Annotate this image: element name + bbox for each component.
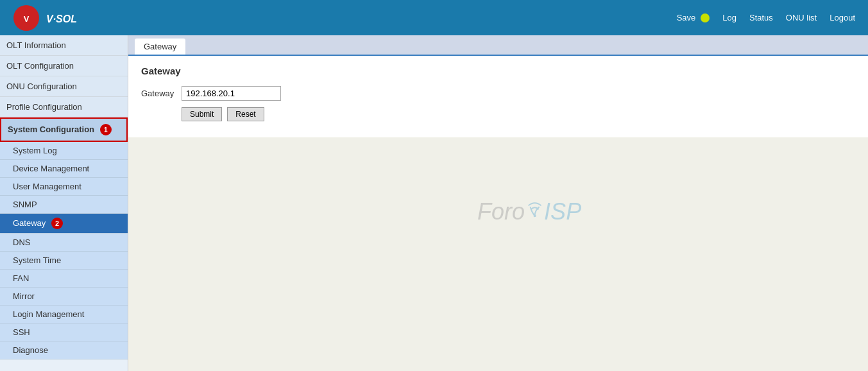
sidebar-item-dns[interactable]: DNS (0, 234, 128, 252)
gateway-form-row: Gateway (141, 86, 855, 101)
button-row: Submit Reset (182, 107, 855, 121)
system-config-badge: 1 (100, 124, 112, 135)
sidebar-item-system-time[interactable]: System Time (0, 252, 128, 270)
content-area: Gateway Gateway Submit Reset (128, 55, 868, 137)
wifi-icon (525, 198, 544, 221)
header: V V·SOL Save Log Status ONU list Logout (0, 0, 868, 35)
status-link[interactable]: Status (749, 13, 773, 22)
sidebar-item-user-management[interactable]: User Management (0, 178, 128, 196)
svg-point-3 (533, 214, 536, 217)
sidebar-item-onu-config[interactable]: ONU Configuration (0, 76, 128, 97)
sidebar-item-system-config[interactable]: System Configuration 1 (0, 117, 128, 142)
sidebar-item-snmp[interactable]: SNMP (0, 196, 128, 214)
gateway-tab[interactable]: Gateway (135, 39, 185, 55)
gateway-badge: 2 (51, 218, 63, 229)
log-link[interactable]: Log (722, 13, 736, 22)
sidebar-item-diagnose[interactable]: Diagnose (0, 341, 128, 359)
save-area: Save (677, 13, 710, 22)
svg-text:V: V (24, 14, 30, 24)
sidebar-item-olt-config[interactable]: OLT Configuration (0, 56, 128, 76)
header-right: Save Log Status ONU list Logout (677, 13, 855, 22)
logout-link[interactable]: Logout (830, 13, 855, 22)
sidebar-item-gateway[interactable]: Gateway 2 (0, 214, 128, 234)
watermark: Foro ISP (477, 198, 581, 226)
sidebar-item-profile-config[interactable]: Profile Configuration (0, 97, 128, 117)
page-title: Gateway (141, 65, 855, 76)
sidebar-item-fan[interactable]: FAN (0, 270, 128, 288)
save-label: Save (677, 13, 696, 22)
watermark-isp: ISP (544, 198, 581, 225)
reset-button[interactable]: Reset (227, 107, 264, 121)
sidebar-item-mirror[interactable]: Mirror (0, 288, 128, 306)
sidebar-item-system-log[interactable]: System Log (0, 142, 128, 160)
status-indicator (701, 13, 710, 22)
submit-button[interactable]: Submit (182, 107, 222, 121)
onu-list-link[interactable]: ONU list (786, 13, 817, 22)
gateway-input[interactable] (182, 86, 281, 101)
gateway-label: Gateway (141, 89, 176, 98)
main-content: Gateway Gateway Gateway Submit Reset For… (128, 35, 868, 371)
tab-bar: Gateway (128, 35, 868, 55)
vsol-text-logo: V·SOL (45, 8, 90, 28)
vsol-logo: V (13, 4, 40, 31)
sidebar-item-ssh[interactable]: SSH (0, 324, 128, 341)
sidebar-item-login-management[interactable]: Login Management (0, 306, 128, 324)
svg-text:V·SOL: V·SOL (46, 13, 77, 24)
sidebar: OLT Information OLT Configuration ONU Co… (0, 35, 128, 371)
layout: OLT Information OLT Configuration ONU Co… (0, 35, 868, 371)
sidebar-item-olt-info[interactable]: OLT Information (0, 35, 128, 56)
watermark-foro: Foro (477, 198, 525, 225)
sidebar-item-device-management[interactable]: Device Management (0, 160, 128, 178)
logo-area: V V·SOL (13, 4, 90, 31)
